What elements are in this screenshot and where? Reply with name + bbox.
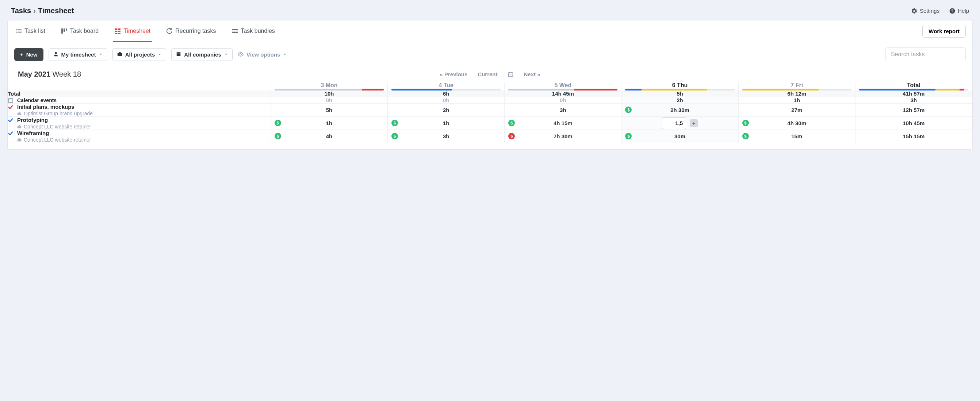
time-value: 0h [443, 97, 449, 103]
task-row-label[interactable]: Initial plans, mockupsOptimist Group bra… [8, 104, 270, 117]
briefcase-icon [117, 51, 123, 58]
tab-recurring[interactable]: Recurring tasks [165, 21, 217, 42]
time-cell[interactable]: $4h [270, 130, 387, 143]
svg-rect-6 [16, 32, 17, 33]
svg-rect-12 [118, 29, 121, 30]
svg-rect-28 [509, 73, 513, 77]
tab-label: Timesheet [123, 28, 150, 34]
total-header: Total [855, 82, 972, 90]
time-value: 4h 15m [554, 120, 573, 126]
calendar-cell[interactable]: 2h [622, 97, 738, 104]
time-cell[interactable]: $30m [622, 130, 738, 143]
tab-task-board[interactable]: Task board [60, 21, 100, 42]
time-cell[interactable]: $3h [388, 130, 504, 143]
tab-label: Recurring tasks [175, 28, 216, 34]
work-report-button[interactable]: Work report [922, 25, 966, 38]
calendar-cell[interactable]: 0h [388, 97, 504, 104]
day-header-label: 6 Thu [622, 82, 738, 89]
day-header[interactable]: 7 Fri [738, 82, 855, 90]
check-icon[interactable] [8, 105, 14, 110]
time-cell[interactable]: 27m [738, 104, 855, 117]
calendar-icon[interactable] [508, 71, 514, 78]
pager-prev[interactable]: « Previous [440, 71, 467, 78]
time-cell[interactable]: $7h 30m [504, 130, 622, 143]
svg-rect-4 [16, 31, 17, 32]
svg-rect-21 [118, 53, 122, 56]
plus-icon: + [20, 51, 23, 58]
tab-bundles[interactable]: Task bundles [231, 21, 276, 42]
svg-rect-10 [66, 29, 67, 31]
task-row-label[interactable]: WireframingConcept LLC website retainer [8, 130, 270, 143]
breadcrumb-root[interactable]: Tasks [11, 6, 31, 15]
time-cell[interactable]: 2h [388, 104, 504, 117]
time-cell[interactable]: $4h 30m [738, 117, 855, 130]
period-label: May 2021 Week 18 [18, 70, 81, 78]
breadcrumb: Tasks › Timesheet [11, 6, 74, 15]
time-cell[interactable]: $4h 15m [504, 117, 622, 130]
day-header-label: 7 Fri [739, 82, 855, 89]
svg-rect-35 [19, 112, 21, 113]
check-icon[interactable] [8, 117, 14, 123]
day-header[interactable]: 5 Wed [504, 82, 622, 90]
svg-rect-22 [119, 52, 121, 53]
tab-timesheet[interactable]: Timesheet [113, 21, 152, 42]
search-input[interactable] [885, 48, 966, 61]
tab-label: Task list [24, 28, 45, 34]
time-value: 5h [676, 90, 683, 97]
filter-my-timesheet[interactable]: My timesheet [49, 48, 107, 61]
task-title: Wireframing [17, 130, 91, 136]
view-options[interactable]: View options [238, 51, 286, 58]
day-header[interactable]: 4 Tue [388, 82, 504, 90]
calendar-cell[interactable]: 0h [504, 97, 622, 104]
tab-label: Task board [70, 28, 99, 34]
chevron-down-icon [158, 52, 161, 56]
svg-rect-14 [118, 31, 121, 32]
total-header-label: Total [856, 82, 972, 89]
time-value: 30m [675, 133, 685, 139]
help-link[interactable]: ? Help [949, 8, 969, 14]
pager-current[interactable]: Current [477, 71, 497, 78]
billable-icon: $ [508, 133, 515, 139]
tab-task-list[interactable]: Task list [14, 21, 47, 42]
svg-rect-38 [18, 139, 22, 141]
check-icon[interactable] [8, 131, 14, 136]
view-options-label: View options [247, 51, 280, 58]
time-cell[interactable]: $2h 30m [622, 104, 738, 117]
filter-all-projects[interactable]: All projects [113, 48, 167, 61]
tab-label: Task bundles [240, 28, 275, 34]
period-pager: « Previous Current Next » [440, 71, 540, 78]
time-cell[interactable]: $1h [388, 117, 504, 130]
time-cell[interactable]: $15m [738, 130, 855, 143]
pager-next[interactable]: Next » [524, 71, 540, 78]
time-cell[interactable]: 5h [270, 104, 387, 117]
time-input[interactable] [662, 117, 686, 129]
board-icon [61, 28, 67, 34]
gear-icon [911, 8, 918, 14]
chevron-down-icon [224, 52, 228, 56]
add-entry-button[interactable]: + [690, 119, 698, 127]
calendar-cell[interactable]: 0h [270, 97, 387, 104]
filter-label: All companies [184, 51, 221, 58]
svg-rect-26 [179, 52, 180, 53]
svg-rect-39 [19, 138, 21, 139]
calendar-total-cell: 3h [855, 97, 972, 104]
new-label: New [26, 51, 38, 58]
time-value: 4h 30m [787, 120, 806, 126]
total-cell: 6h 12m [738, 90, 855, 97]
time-cell[interactable]: 3h [504, 104, 622, 117]
day-header[interactable]: 6 Thu [622, 82, 738, 90]
time-value: 6h 12m [787, 90, 806, 97]
calendar-cell[interactable]: 1h [738, 97, 855, 104]
day-header[interactable]: 3 Mon [270, 82, 387, 90]
new-button[interactable]: + New [14, 48, 43, 61]
time-cell-editing[interactable]: + [622, 117, 738, 130]
settings-link[interactable]: Settings [911, 8, 939, 14]
task-row-label[interactable]: PrototypingConcept LLC website retainer [8, 117, 270, 130]
breadcrumb-current: Timesheet [38, 6, 74, 15]
billable-icon: $ [508, 120, 515, 126]
time-cell[interactable]: $1h [270, 117, 387, 130]
chevron-down-icon [283, 52, 286, 56]
time-value: 7h 30m [554, 133, 573, 139]
filter-all-companies[interactable]: All companies [171, 48, 232, 61]
time-value: 12h 57m [903, 107, 924, 113]
